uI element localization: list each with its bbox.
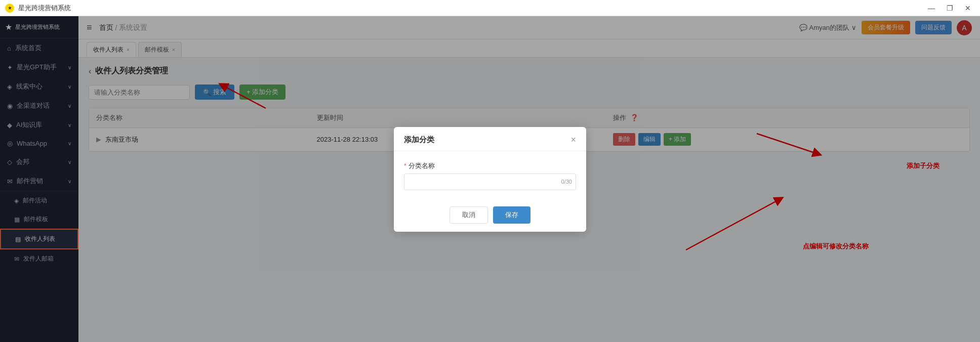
- field-label: 分类名称: [409, 161, 435, 170]
- modal-title: 添加分类: [404, 135, 434, 145]
- form-label: * 分类名称: [404, 161, 576, 170]
- modal-body: * 分类名称 0/30: [394, 151, 586, 200]
- char-count: 0/30: [561, 179, 572, 185]
- app-icon: ★: [5, 4, 14, 13]
- modal-overlay[interactable]: 添加分类 × * 分类名称 0/30 取消 保存: [0, 16, 980, 342]
- titlebar-left: ★ 星光跨境营销系统: [5, 4, 71, 13]
- modal-header: 添加分类 ×: [394, 127, 586, 151]
- app-title: 星光跨境营销系统: [18, 4, 71, 13]
- form-input-wrap: 0/30: [404, 174, 576, 190]
- modal-close-button[interactable]: ×: [570, 135, 576, 144]
- close-button[interactable]: ✕: [961, 3, 975, 14]
- modal-footer: 取消 保存: [394, 200, 586, 232]
- save-button[interactable]: 保存: [493, 206, 530, 224]
- cancel-button[interactable]: 取消: [450, 206, 488, 224]
- titlebar-controls: — ❐ ✕: [924, 3, 975, 14]
- minimize-button[interactable]: —: [924, 3, 938, 14]
- titlebar: ★ 星光跨境营销系统 — ❐ ✕: [0, 0, 980, 16]
- category-name-input[interactable]: [404, 174, 576, 190]
- required-indicator: *: [404, 162, 406, 169]
- add-category-modal: 添加分类 × * 分类名称 0/30 取消 保存: [394, 127, 586, 232]
- maximize-button[interactable]: ❐: [943, 3, 957, 14]
